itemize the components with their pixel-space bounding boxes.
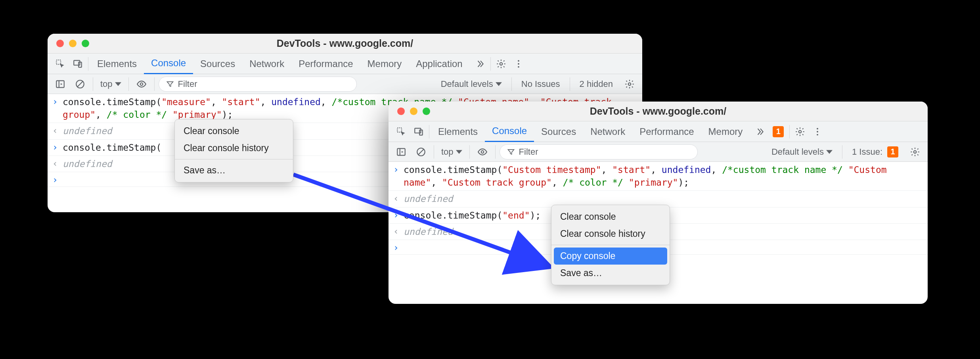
tab-console[interactable]: Console	[485, 121, 534, 142]
code-token: "end"	[502, 210, 530, 221]
menu-item-clear-console[interactable]: Clear console	[175, 123, 293, 140]
svg-marker-9	[61, 83, 62, 84]
console-toolbar: top Filter Default levels No Issues 2 hi…	[48, 74, 642, 94]
traffic-lights	[48, 40, 89, 47]
menu-item-copy-console[interactable]: Copy console	[554, 248, 667, 265]
separator	[511, 77, 512, 91]
clear-console-icon[interactable]	[412, 143, 430, 161]
warning-icon: 1	[773, 126, 784, 137]
code-token	[623, 177, 629, 188]
tab-sources[interactable]: Sources	[193, 54, 242, 74]
live-expression-icon[interactable]	[474, 143, 491, 161]
input-chevron-icon: ›	[52, 174, 63, 185]
more-tabs-icon[interactable]	[751, 123, 769, 140]
more-tabs-icon[interactable]	[471, 55, 489, 73]
inspect-icon[interactable]	[52, 55, 69, 73]
tab-network[interactable]: Network	[583, 121, 632, 142]
code-token: );	[222, 109, 233, 120]
code-token: ,	[260, 97, 272, 107]
input-chevron-icon: ›	[52, 141, 63, 152]
menu-item-clear-console[interactable]: Clear console	[551, 208, 670, 225]
output-chevron-icon: ‹	[52, 157, 63, 169]
tab-application[interactable]: Application	[409, 54, 469, 74]
menu-item-save-as-[interactable]: Save as…	[175, 162, 293, 179]
console-row: ›console.timeStamp("Custom timestamp", "…	[389, 162, 928, 191]
device-toggle-icon[interactable]	[410, 123, 427, 140]
log-levels-select[interactable]: Default levels	[438, 79, 504, 89]
clear-console-icon[interactable]	[71, 75, 89, 93]
console-settings-icon[interactable]	[906, 143, 924, 161]
separator	[128, 77, 129, 91]
tab-memory[interactable]: Memory	[701, 121, 750, 142]
sidebar-toggle-icon[interactable]	[52, 75, 69, 93]
minimize-icon[interactable]	[69, 40, 77, 47]
code-token: ,	[552, 177, 563, 188]
kebab-menu-icon[interactable]	[510, 55, 527, 73]
tab-console[interactable]: Console	[144, 54, 193, 74]
menu-item-clear-console-history[interactable]: Clear console history	[551, 225, 670, 242]
settings-icon[interactable]	[791, 123, 809, 140]
separator	[842, 145, 842, 159]
issues-link[interactable]: No Issues	[519, 79, 563, 89]
issues-link[interactable]: 1 Issue: 1	[850, 146, 901, 157]
output-chevron-icon: ‹	[393, 192, 404, 203]
window-title: DevTools - www.google.com/	[389, 106, 928, 117]
window-title: DevTools - www.google.com/	[48, 38, 642, 49]
minimize-icon[interactable]	[410, 108, 417, 115]
svg-point-27	[914, 150, 917, 153]
zoom-icon[interactable]	[423, 108, 430, 115]
tab-sources[interactable]: Sources	[534, 121, 583, 142]
zoom-icon[interactable]	[82, 40, 89, 47]
code-token	[167, 109, 172, 120]
code-token: ,	[601, 165, 612, 175]
tab-performance[interactable]: Performance	[632, 121, 701, 142]
close-icon[interactable]	[397, 108, 405, 115]
sidebar-toggle-icon[interactable]	[392, 143, 410, 161]
code-token: console.timeStamp(	[63, 97, 161, 107]
separator	[434, 145, 434, 159]
tab-memory[interactable]: Memory	[360, 54, 409, 74]
hidden-count[interactable]: 2 hidden	[577, 79, 615, 89]
code-token	[843, 165, 848, 175]
code-token: /* color */	[107, 109, 167, 120]
live-expression-icon[interactable]	[133, 75, 150, 93]
console-settings-icon[interactable]	[621, 75, 638, 93]
filter-input[interactable]: Filter	[500, 144, 698, 159]
context-select[interactable]: top	[438, 147, 465, 157]
separator	[469, 145, 470, 159]
menu-item-clear-console-history[interactable]: Clear console history	[175, 140, 293, 157]
code-line: console.timeStamp("Custom timestamp", "s…	[404, 163, 923, 189]
issues-label: 1 Issue:	[852, 147, 882, 157]
input-chevron-icon: ›	[393, 209, 404, 220]
tab-elements[interactable]: Elements	[431, 121, 485, 142]
issues-badge[interactable]: 1	[769, 126, 788, 137]
code-token: "start"	[612, 165, 651, 175]
svg-point-3	[500, 62, 502, 65]
svg-point-13	[628, 83, 631, 85]
code-token: undefined	[271, 97, 321, 107]
input-chevron-icon: ›	[393, 242, 404, 253]
code-token: console.timeStamp(	[404, 210, 502, 221]
inspect-icon[interactable]	[392, 123, 410, 140]
kebab-menu-icon[interactable]	[809, 123, 826, 140]
tab-performance[interactable]: Performance	[291, 54, 360, 74]
context-menu: Clear consoleClear console historyCopy c…	[551, 205, 670, 285]
settings-icon[interactable]	[492, 55, 510, 73]
code-token: );	[678, 177, 689, 188]
titlebar: DevTools - www.google.com/	[48, 34, 642, 54]
output-chevron-icon: ‹	[393, 225, 404, 236]
code-token: ,	[96, 109, 107, 120]
tabbar: ElementsConsoleSourcesNetworkPerformance…	[48, 54, 642, 74]
code-token: ,	[651, 165, 662, 175]
context-label: top	[441, 147, 454, 157]
tab-elements[interactable]: Elements	[90, 54, 144, 74]
device-toggle-icon[interactable]	[69, 55, 86, 73]
tab-network[interactable]: Network	[242, 54, 291, 74]
chevron-down-icon	[456, 149, 462, 155]
menu-item-save-as-[interactable]: Save as…	[551, 265, 670, 282]
close-icon[interactable]	[56, 40, 64, 47]
log-levels-select[interactable]: Default levels	[769, 147, 835, 157]
filter-input[interactable]: Filter	[159, 77, 357, 92]
svg-point-6	[518, 66, 519, 67]
context-select[interactable]: top	[97, 79, 124, 89]
